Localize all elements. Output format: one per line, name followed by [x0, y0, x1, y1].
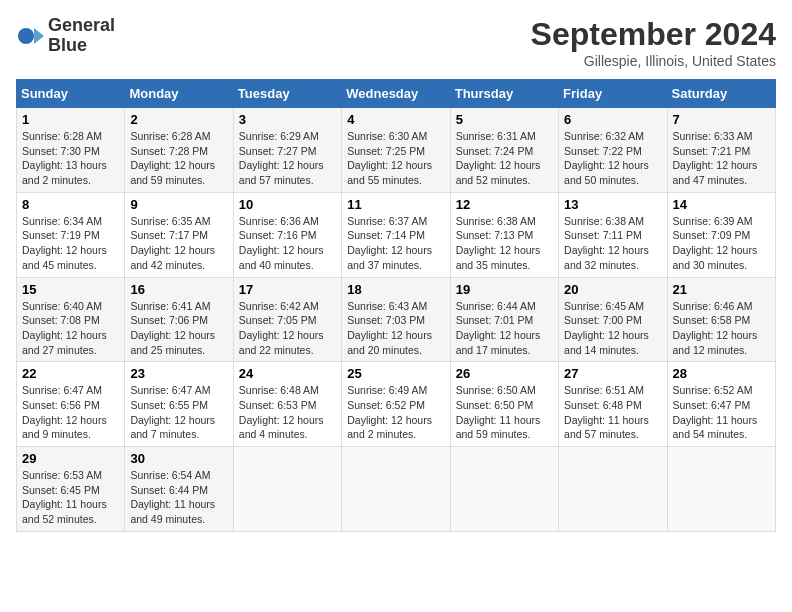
- calendar-cell: 11Sunrise: 6:37 AM Sunset: 7:14 PM Dayli…: [342, 192, 450, 277]
- day-info: Sunrise: 6:38 AM Sunset: 7:11 PM Dayligh…: [564, 214, 661, 273]
- calendar-row-4: 22Sunrise: 6:47 AM Sunset: 6:56 PM Dayli…: [17, 362, 776, 447]
- svg-marker-1: [34, 28, 44, 44]
- calendar-cell: 27Sunrise: 6:51 AM Sunset: 6:48 PM Dayli…: [559, 362, 667, 447]
- day-info: Sunrise: 6:49 AM Sunset: 6:52 PM Dayligh…: [347, 383, 444, 442]
- calendar-cell: 20Sunrise: 6:45 AM Sunset: 7:00 PM Dayli…: [559, 277, 667, 362]
- calendar-cell: 23Sunrise: 6:47 AM Sunset: 6:55 PM Dayli…: [125, 362, 233, 447]
- day-number: 8: [22, 197, 119, 212]
- day-number: 27: [564, 366, 661, 381]
- day-info: Sunrise: 6:37 AM Sunset: 7:14 PM Dayligh…: [347, 214, 444, 273]
- day-number: 11: [347, 197, 444, 212]
- day-info: Sunrise: 6:52 AM Sunset: 6:47 PM Dayligh…: [673, 383, 770, 442]
- day-info: Sunrise: 6:44 AM Sunset: 7:01 PM Dayligh…: [456, 299, 553, 358]
- day-info: Sunrise: 6:42 AM Sunset: 7:05 PM Dayligh…: [239, 299, 336, 358]
- day-number: 4: [347, 112, 444, 127]
- day-info: Sunrise: 6:48 AM Sunset: 6:53 PM Dayligh…: [239, 383, 336, 442]
- day-info: Sunrise: 6:33 AM Sunset: 7:21 PM Dayligh…: [673, 129, 770, 188]
- day-info: Sunrise: 6:47 AM Sunset: 6:55 PM Dayligh…: [130, 383, 227, 442]
- day-number: 9: [130, 197, 227, 212]
- day-info: Sunrise: 6:35 AM Sunset: 7:17 PM Dayligh…: [130, 214, 227, 273]
- day-info: Sunrise: 6:53 AM Sunset: 6:45 PM Dayligh…: [22, 468, 119, 527]
- calendar-cell: 17Sunrise: 6:42 AM Sunset: 7:05 PM Dayli…: [233, 277, 341, 362]
- day-number: 23: [130, 366, 227, 381]
- svg-point-0: [18, 28, 34, 44]
- page-header: General Blue September 2024 Gillespie, I…: [16, 16, 776, 69]
- day-number: 29: [22, 451, 119, 466]
- day-number: 28: [673, 366, 770, 381]
- day-info: Sunrise: 6:45 AM Sunset: 7:00 PM Dayligh…: [564, 299, 661, 358]
- day-number: 10: [239, 197, 336, 212]
- day-number: 26: [456, 366, 553, 381]
- calendar-cell: 9Sunrise: 6:35 AM Sunset: 7:17 PM Daylig…: [125, 192, 233, 277]
- calendar-body: 1Sunrise: 6:28 AM Sunset: 7:30 PM Daylig…: [17, 108, 776, 532]
- calendar-cell: 14Sunrise: 6:39 AM Sunset: 7:09 PM Dayli…: [667, 192, 775, 277]
- day-number: 12: [456, 197, 553, 212]
- calendar-cell: 12Sunrise: 6:38 AM Sunset: 7:13 PM Dayli…: [450, 192, 558, 277]
- calendar-cell: 7Sunrise: 6:33 AM Sunset: 7:21 PM Daylig…: [667, 108, 775, 193]
- calendar-cell: 26Sunrise: 6:50 AM Sunset: 6:50 PM Dayli…: [450, 362, 558, 447]
- calendar-row-5: 29Sunrise: 6:53 AM Sunset: 6:45 PM Dayli…: [17, 447, 776, 532]
- calendar-cell: 13Sunrise: 6:38 AM Sunset: 7:11 PM Dayli…: [559, 192, 667, 277]
- day-info: Sunrise: 6:39 AM Sunset: 7:09 PM Dayligh…: [673, 214, 770, 273]
- calendar-cell: 4Sunrise: 6:30 AM Sunset: 7:25 PM Daylig…: [342, 108, 450, 193]
- day-number: 5: [456, 112, 553, 127]
- calendar-cell: 3Sunrise: 6:29 AM Sunset: 7:27 PM Daylig…: [233, 108, 341, 193]
- day-info: Sunrise: 6:40 AM Sunset: 7:08 PM Dayligh…: [22, 299, 119, 358]
- calendar-cell: 15Sunrise: 6:40 AM Sunset: 7:08 PM Dayli…: [17, 277, 125, 362]
- day-info: Sunrise: 6:28 AM Sunset: 7:30 PM Dayligh…: [22, 129, 119, 188]
- day-number: 2: [130, 112, 227, 127]
- day-info: Sunrise: 6:43 AM Sunset: 7:03 PM Dayligh…: [347, 299, 444, 358]
- day-info: Sunrise: 6:30 AM Sunset: 7:25 PM Dayligh…: [347, 129, 444, 188]
- day-info: Sunrise: 6:54 AM Sunset: 6:44 PM Dayligh…: [130, 468, 227, 527]
- day-info: Sunrise: 6:51 AM Sunset: 6:48 PM Dayligh…: [564, 383, 661, 442]
- calendar-row-3: 15Sunrise: 6:40 AM Sunset: 7:08 PM Dayli…: [17, 277, 776, 362]
- calendar-cell: 21Sunrise: 6:46 AM Sunset: 6:58 PM Dayli…: [667, 277, 775, 362]
- calendar-cell: 24Sunrise: 6:48 AM Sunset: 6:53 PM Dayli…: [233, 362, 341, 447]
- location-title: Gillespie, Illinois, United States: [531, 53, 776, 69]
- calendar-cell: 22Sunrise: 6:47 AM Sunset: 6:56 PM Dayli…: [17, 362, 125, 447]
- calendar-cell: [342, 447, 450, 532]
- title-section: September 2024 Gillespie, Illinois, Unit…: [531, 16, 776, 69]
- day-number: 19: [456, 282, 553, 297]
- col-friday: Friday: [559, 80, 667, 108]
- day-number: 21: [673, 282, 770, 297]
- day-info: Sunrise: 6:34 AM Sunset: 7:19 PM Dayligh…: [22, 214, 119, 273]
- header-row: Sunday Monday Tuesday Wednesday Thursday…: [17, 80, 776, 108]
- day-info: Sunrise: 6:36 AM Sunset: 7:16 PM Dayligh…: [239, 214, 336, 273]
- calendar-cell: 25Sunrise: 6:49 AM Sunset: 6:52 PM Dayli…: [342, 362, 450, 447]
- day-number: 16: [130, 282, 227, 297]
- day-number: 3: [239, 112, 336, 127]
- day-number: 30: [130, 451, 227, 466]
- calendar-cell: 6Sunrise: 6:32 AM Sunset: 7:22 PM Daylig…: [559, 108, 667, 193]
- calendar-cell: [559, 447, 667, 532]
- col-saturday: Saturday: [667, 80, 775, 108]
- calendar-cell: 8Sunrise: 6:34 AM Sunset: 7:19 PM Daylig…: [17, 192, 125, 277]
- day-info: Sunrise: 6:46 AM Sunset: 6:58 PM Dayligh…: [673, 299, 770, 358]
- col-thursday: Thursday: [450, 80, 558, 108]
- logo-text: General Blue: [48, 16, 115, 56]
- col-sunday: Sunday: [17, 80, 125, 108]
- calendar-cell: 28Sunrise: 6:52 AM Sunset: 6:47 PM Dayli…: [667, 362, 775, 447]
- calendar-cell: 5Sunrise: 6:31 AM Sunset: 7:24 PM Daylig…: [450, 108, 558, 193]
- day-info: Sunrise: 6:47 AM Sunset: 6:56 PM Dayligh…: [22, 383, 119, 442]
- day-number: 15: [22, 282, 119, 297]
- calendar-cell: 1Sunrise: 6:28 AM Sunset: 7:30 PM Daylig…: [17, 108, 125, 193]
- day-number: 25: [347, 366, 444, 381]
- calendar-cell: 29Sunrise: 6:53 AM Sunset: 6:45 PM Dayli…: [17, 447, 125, 532]
- day-number: 6: [564, 112, 661, 127]
- day-number: 14: [673, 197, 770, 212]
- day-info: Sunrise: 6:29 AM Sunset: 7:27 PM Dayligh…: [239, 129, 336, 188]
- day-info: Sunrise: 6:38 AM Sunset: 7:13 PM Dayligh…: [456, 214, 553, 273]
- day-number: 13: [564, 197, 661, 212]
- col-monday: Monday: [125, 80, 233, 108]
- day-number: 7: [673, 112, 770, 127]
- calendar-cell: 30Sunrise: 6:54 AM Sunset: 6:44 PM Dayli…: [125, 447, 233, 532]
- calendar-header: Sunday Monday Tuesday Wednesday Thursday…: [17, 80, 776, 108]
- calendar-cell: 19Sunrise: 6:44 AM Sunset: 7:01 PM Dayli…: [450, 277, 558, 362]
- calendar-cell: [233, 447, 341, 532]
- calendar-cell: 10Sunrise: 6:36 AM Sunset: 7:16 PM Dayli…: [233, 192, 341, 277]
- calendar-row-2: 8Sunrise: 6:34 AM Sunset: 7:19 PM Daylig…: [17, 192, 776, 277]
- calendar-cell: [450, 447, 558, 532]
- day-number: 24: [239, 366, 336, 381]
- col-tuesday: Tuesday: [233, 80, 341, 108]
